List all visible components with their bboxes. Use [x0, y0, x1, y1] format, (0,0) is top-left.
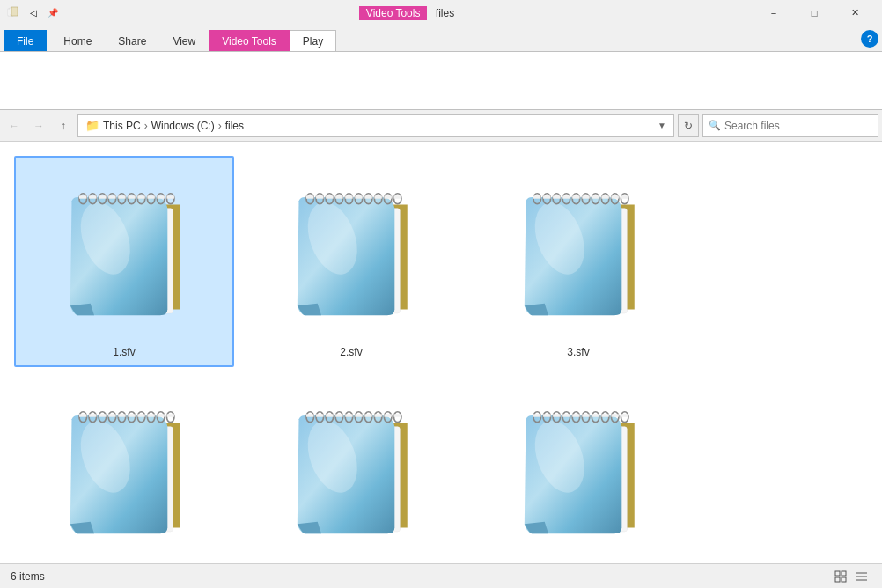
svg-rect-180 — [582, 414, 590, 416]
tab-home[interactable]: Home — [50, 30, 105, 51]
path-dropdown-icon: ▼ — [658, 121, 666, 130]
svg-rect-118 — [128, 414, 136, 416]
file-item[interactable]: 6.sfv — [468, 374, 688, 563]
close-button[interactable]: ✕ — [834, 0, 875, 26]
svg-rect-145 — [335, 414, 343, 416]
svg-rect-170 — [533, 414, 541, 416]
svg-rect-151 — [364, 414, 372, 416]
svg-rect-172 — [543, 414, 551, 416]
svg-rect-81 — [553, 195, 561, 198]
file-item[interactable]: 2.sfv — [241, 156, 461, 367]
svg-rect-62 — [384, 195, 392, 198]
path-part-folder-icon: 📁 — [85, 119, 99, 132]
path-box[interactable]: 📁 This PC › Windows (C:) › files ▼ — [77, 114, 674, 137]
svg-point-156 — [393, 412, 401, 423]
svg-rect-50 — [326, 195, 334, 198]
svg-rect-184 — [601, 414, 609, 416]
svg-rect-112 — [99, 414, 107, 416]
svg-rect-153 — [374, 414, 382, 416]
back-button[interactable]: ← — [4, 115, 25, 136]
svg-rect-31 — [157, 195, 165, 198]
search-icon: 🔍 — [709, 120, 721, 131]
path-windows-c: Windows (C:) — [151, 120, 215, 132]
ribbon-tabs: File Home Share View Video Tools Play ? — [0, 26, 882, 51]
svg-rect-19 — [99, 195, 107, 198]
svg-rect-21 — [108, 195, 115, 198]
pin-icon: 📌 — [46, 6, 60, 20]
svg-rect-85 — [572, 195, 580, 198]
search-box[interactable]: 🔍 — [702, 114, 878, 137]
details-view-button[interactable] — [852, 567, 871, 586]
file-item[interactable]: 3.sfv — [468, 156, 688, 367]
address-bar: ← → ↑ 📁 This PC › Windows (C:) › files ▼… — [0, 110, 882, 142]
status-bar: 6 items — [0, 563, 882, 588]
app-icon — [7, 6, 21, 20]
svg-rect-178 — [572, 414, 580, 416]
help-button[interactable]: ? — [861, 30, 878, 48]
forward-button[interactable]: → — [28, 115, 49, 136]
ribbon-content — [0, 51, 882, 109]
tab-play[interactable]: Play — [290, 30, 336, 51]
svg-rect-114 — [108, 414, 115, 416]
tab-view[interactable]: View — [159, 30, 209, 51]
search-input[interactable] — [724, 120, 872, 132]
svg-rect-174 — [553, 414, 561, 416]
svg-rect-25 — [128, 195, 136, 198]
svg-rect-192 — [842, 577, 846, 582]
path-files: files — [225, 120, 244, 132]
view-controls — [831, 567, 871, 586]
svg-rect-60 — [374, 195, 382, 198]
refresh-button[interactable]: ↻ — [678, 114, 699, 137]
svg-rect-87 — [582, 195, 590, 198]
svg-rect-33 — [166, 195, 174, 198]
svg-rect-27 — [137, 195, 145, 198]
item-count: 6 items — [11, 570, 45, 583]
svg-rect-147 — [345, 414, 353, 416]
ribbon: File Home Share View Video Tools Play ? — [0, 26, 882, 110]
path-sep-2: › — [218, 120, 222, 132]
svg-rect-139 — [306, 414, 314, 416]
svg-rect-52 — [335, 195, 343, 198]
svg-rect-83 — [562, 195, 570, 198]
file-item[interactable]: 5.sfv — [241, 374, 461, 563]
svg-rect-190 — [842, 571, 846, 576]
large-icons-view-button[interactable] — [831, 567, 850, 586]
file-icon — [40, 392, 208, 559]
svg-rect-108 — [79, 414, 87, 416]
path-this-pc: This PC — [103, 120, 141, 132]
title-bar-icons: ◁ 📌 — [7, 6, 60, 20]
svg-rect-110 — [89, 414, 97, 416]
file-icon — [268, 173, 435, 341]
undo-icon: ◁ — [26, 6, 40, 20]
tab-video-tools[interactable]: Video Tools — [209, 30, 290, 51]
tab-share[interactable]: Share — [105, 30, 159, 51]
title-bar: ◁ 📌 Video Tools files − □ ✕ — [0, 0, 882, 26]
svg-rect-91 — [601, 195, 609, 198]
main-content: 1.sfv — [0, 142, 882, 563]
svg-rect-176 — [562, 414, 570, 416]
svg-point-187 — [621, 412, 628, 423]
svg-rect-141 — [316, 414, 324, 416]
svg-rect-157 — [393, 414, 401, 416]
svg-rect-17 — [89, 195, 97, 198]
file-icon — [40, 173, 208, 341]
file-name: 1.sfv — [113, 346, 135, 358]
svg-rect-191 — [835, 577, 840, 582]
maximize-button[interactable]: □ — [794, 0, 834, 26]
svg-rect-93 — [611, 195, 619, 198]
svg-rect-120 — [137, 414, 145, 416]
file-item[interactable]: 4.sfv — [14, 374, 234, 563]
svg-rect-95 — [621, 195, 628, 198]
file-item[interactable]: 1.sfv — [14, 156, 234, 367]
svg-point-125 — [166, 412, 174, 423]
minimize-button[interactable]: − — [753, 0, 794, 26]
up-button[interactable]: ↑ — [53, 115, 74, 136]
svg-rect-124 — [157, 414, 165, 416]
title-bar-controls: − □ ✕ — [753, 0, 875, 26]
svg-rect-15 — [79, 195, 87, 198]
file-icon — [268, 392, 435, 559]
svg-rect-143 — [326, 414, 334, 416]
svg-rect-58 — [364, 195, 372, 198]
tab-file[interactable]: File — [4, 30, 47, 51]
svg-rect-79 — [543, 195, 551, 198]
